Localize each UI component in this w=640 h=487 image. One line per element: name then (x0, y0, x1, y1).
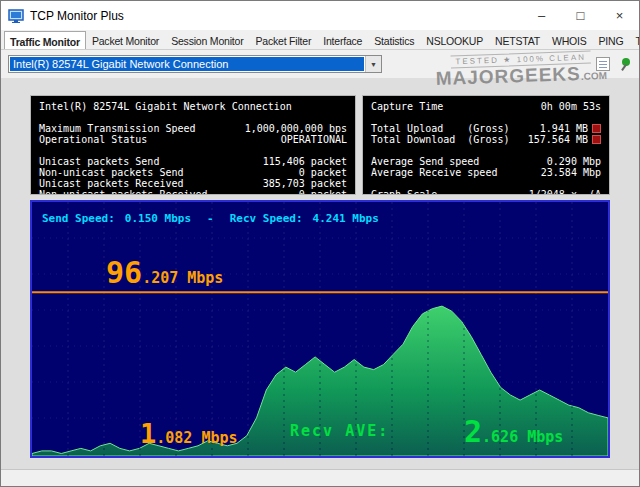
stat-value: 157.564 MB (528, 134, 588, 145)
tab-nslookup[interactable]: NSLOOKUP (420, 31, 489, 49)
tab-packet-monitor[interactable]: Packet Monitor (86, 31, 165, 49)
peak-speed-frac: .207 Mbps (142, 269, 223, 287)
adapter-panel-title: Intel(R) 82574L Gigabit Network Connecti… (39, 101, 292, 112)
send-average-frac: .082 Mbps (156, 429, 237, 447)
send-average-label: 1.082 Mbps (140, 420, 238, 447)
recv-average-label: 2.626 Mbps (464, 417, 563, 447)
tab-tracert[interactable]: TRACERT (629, 31, 639, 49)
stat-value: 385,703 packet (263, 178, 347, 189)
window-controls: – □ × (522, 1, 639, 30)
adapter-info-panel: Intel(R) 82574L Gigabit Network Connecti… (30, 95, 356, 195)
minimize-button[interactable]: – (522, 1, 561, 30)
adapter-select[interactable]: Intel(R) 82574L Gigabit Network Connecti… (8, 55, 382, 73)
stat-value: 0h 00m 53s (541, 101, 601, 112)
stat-value: 0 packet (299, 189, 347, 195)
tab-packet-filter[interactable]: Packet Filter (249, 31, 317, 49)
tab-session-monitor[interactable]: Session Monitor (165, 31, 249, 49)
stat-label: Operational Status (39, 134, 147, 145)
stat-value: 1.941 MB (540, 123, 588, 134)
chevron-down-icon[interactable]: ▼ (365, 56, 381, 72)
stat-label: Total Upload (Gross) (371, 123, 509, 134)
pin-icon[interactable] (618, 57, 632, 71)
stat-value: 0 packet (299, 167, 347, 178)
unit-toggle-button[interactable] (592, 124, 601, 133)
traffic-graph: Send Speed:0.150 Mbps-Recv Speed:4.241 M… (30, 200, 610, 458)
stat-label: Graph Scale (371, 189, 437, 195)
app-window: TCP Monitor Plus – □ × Traffic Monitor P… (0, 0, 640, 487)
stat-label: Non-unicast packets Received (39, 189, 208, 195)
capture-info-panel: Capture Time0h 00m 53s Total Upload (Gro… (362, 95, 610, 195)
title-bar: TCP Monitor Plus – □ × (1, 1, 639, 30)
recv-average-caption: Recv AVE: (290, 422, 389, 440)
tab-traffic-monitor[interactable]: Traffic Monitor (4, 31, 86, 50)
recv-speed-label: Recv Speed: (230, 212, 303, 225)
speed-separator: - (207, 212, 214, 225)
memo-icon[interactable] (596, 57, 610, 71)
stat-value: 1,000,000,000 bps (245, 123, 347, 134)
stat-value: OPERATIONAL (281, 134, 347, 145)
tab-whois[interactable]: WHOIS (546, 31, 593, 49)
tab-ping[interactable]: PING (593, 31, 630, 49)
client-area: Intel(R) 82574L Gigabit Network Connecti… (1, 78, 639, 469)
recv-average-frac: .626 Mbps (482, 428, 563, 446)
unit-toggle-button[interactable] (592, 135, 601, 144)
tab-netstat[interactable]: NETSTAT (489, 31, 546, 49)
status-bar (1, 469, 639, 486)
stat-label: Average Receive speed (371, 167, 497, 178)
stat-label: Maximum Transmission Speed (39, 123, 196, 134)
stat-label: Average Send speed (371, 156, 479, 167)
peak-speed-int: 96 (106, 255, 142, 290)
stat-label: Unicast packets Received (39, 178, 184, 189)
maximize-button[interactable]: □ (561, 1, 600, 30)
tab-statistics[interactable]: Statistics (368, 31, 420, 49)
stat-value: 0.290 Mbp (547, 156, 601, 167)
tab-bar: Traffic Monitor Packet Monitor Session M… (1, 30, 639, 50)
info-panels: Intel(R) 82574L Gigabit Network Connecti… (30, 95, 610, 195)
peak-speed-label: 96.207 Mbps (106, 258, 223, 288)
stat-value: 23.584 Mbp (541, 167, 601, 178)
stat-label: Unicast packets Send (39, 156, 159, 167)
tab-interface[interactable]: Interface (317, 31, 368, 49)
adapter-select-value: Intel(R) 82574L Gigabit Network Connecti… (10, 57, 364, 71)
stat-label: Capture Time (371, 101, 443, 112)
toolbar-icons (596, 57, 632, 71)
stat-label: Total Download (Gross) (371, 134, 509, 145)
send-speed-label: Send Speed: (42, 212, 115, 225)
close-button[interactable]: × (600, 1, 639, 30)
window-title: TCP Monitor Plus (30, 9, 124, 23)
stat-value: 115,406 packet (263, 156, 347, 167)
stat-value: 1/2048 x (A (529, 189, 601, 195)
send-speed-value: 0.150 Mbps (125, 212, 191, 225)
send-average-int: 1 (140, 418, 156, 449)
recv-average-int: 2 (464, 414, 482, 449)
app-icon (8, 8, 24, 24)
toolbar: Intel(R) 82574L Gigabit Network Connecti… (1, 50, 639, 78)
recv-speed-value: 4.241 Mbps (313, 212, 379, 225)
current-speed-readout: Send Speed:0.150 Mbps-Recv Speed:4.241 M… (42, 212, 395, 225)
stat-label: Non-unicast packets Send (39, 167, 184, 178)
